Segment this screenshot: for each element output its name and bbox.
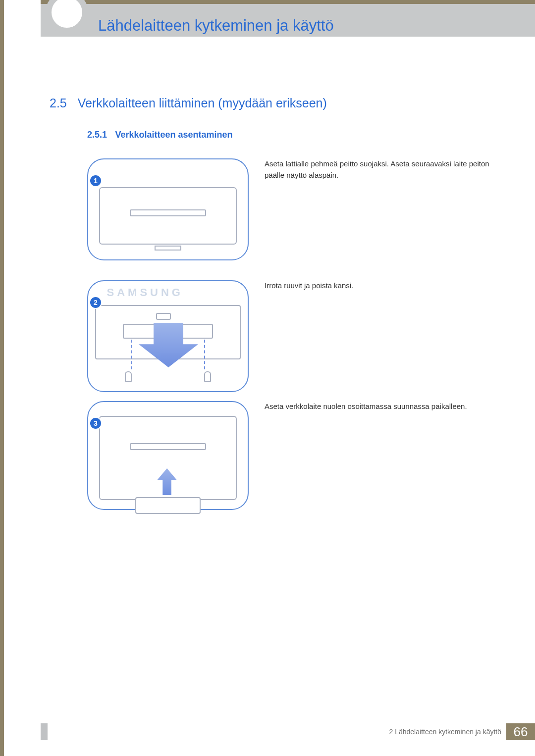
section-heading: 2.5 Verkkolaitteen liittäminen (myydään … xyxy=(50,96,327,110)
screw-icon xyxy=(125,371,132,382)
step-badge: 1 xyxy=(89,174,102,187)
guide-line-icon xyxy=(204,340,205,369)
cover-removal-icon: SAMSUNG xyxy=(95,285,241,384)
insert-device-icon xyxy=(99,416,237,500)
step-badge: 2 xyxy=(89,296,102,309)
footer: 2 Lähdelaitteen kytkeminen ja käyttö 66 xyxy=(41,723,535,740)
step-2: 2 SAMSUNG Irrota ruuvit ja poista kansi. xyxy=(87,280,502,392)
subsection-title: Verkkolaitteen asentaminen xyxy=(115,130,233,140)
step-3: 3 Aseta verkkolaite nuolen osoittamassa … xyxy=(87,401,502,510)
monitor-slot-icon xyxy=(130,209,206,216)
page-number: 66 xyxy=(506,723,535,740)
chapter-title: Lähdelaitteen kytkeminen ja käyttö xyxy=(98,17,334,35)
section-number: 2.5 xyxy=(50,96,67,110)
monitor-slot-icon xyxy=(130,443,206,450)
section-title: Verkkolaitteen liittäminen (myydään erik… xyxy=(78,96,327,110)
step-3-figure: 3 xyxy=(87,401,249,510)
page: Lähdelaitteen kytkeminen ja käyttö 2.5 V… xyxy=(0,0,535,756)
edge-left-strip xyxy=(0,0,4,756)
step-2-figure: 2 SAMSUNG xyxy=(87,280,249,392)
control-icon xyxy=(156,313,171,320)
step-1: 1 Aseta lattialle pehmeä peitto suojaksi… xyxy=(87,158,502,260)
step-1-figure: 1 xyxy=(87,158,249,260)
arrow-up-icon xyxy=(157,468,177,495)
step-3-text: Aseta verkkolaite nuolen osoittamassa su… xyxy=(265,401,502,510)
guide-line-icon xyxy=(131,340,132,369)
footer-strip xyxy=(41,723,48,740)
step-badge: 3 xyxy=(89,417,102,430)
step-2-text: Irrota ruuvit ja poista kansi. xyxy=(265,280,502,392)
footer-chapter-ref: 2 Lähdelaitteen kytkeminen ja käyttö xyxy=(389,728,506,736)
subsection-heading: 2.5.1 Verkkolaitteen asentaminen xyxy=(87,130,233,140)
monitor-outline-icon xyxy=(99,187,237,245)
monitor-stand-icon xyxy=(155,246,182,251)
screw-icon xyxy=(204,371,211,382)
step-1-text: Aseta lattialle pehmeä peitto suojaksi. … xyxy=(265,158,502,260)
brand-text: SAMSUNG xyxy=(107,286,183,299)
subsection-number: 2.5.1 xyxy=(87,130,107,140)
network-card-icon xyxy=(135,497,201,514)
edge-top-strip xyxy=(41,0,535,4)
